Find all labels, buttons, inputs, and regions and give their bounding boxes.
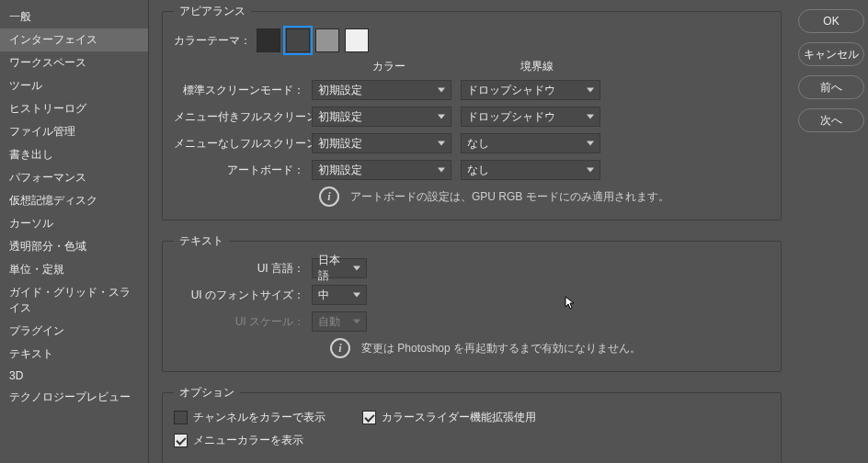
sidebar-item[interactable]: ワークスペース: [0, 51, 148, 74]
sidebar-item[interactable]: 3D: [0, 366, 148, 386]
sidebar: 一般インターフェイスワークスペースツールヒストリーログファイル管理書き出しパフォ…: [0, 0, 149, 463]
sidebar-item[interactable]: ヒストリーログ: [0, 97, 148, 120]
screen-mode-rows: 標準スクリーンモード：初期設定ドロップシャドウメニュー付きフルスクリーン：初期設…: [174, 80, 770, 180]
border-select[interactable]: ドロップシャドウ: [461, 107, 600, 127]
dialog-buttons: OK キャンセル 前へ 次へ: [794, 0, 868, 463]
sidebar-item[interactable]: 一般: [0, 6, 148, 28]
ui-lang-label: UI 言語：: [174, 261, 312, 277]
screen-mode-label: メニュー付きフルスクリーン：: [174, 109, 312, 125]
border-select[interactable]: なし: [461, 133, 600, 153]
ui-scale-label: UI スケール：: [174, 314, 312, 330]
ui-scale-select: 自動: [312, 311, 367, 332]
channel-color-checkbox[interactable]: チャンネルをカラーで表示: [174, 410, 326, 425]
options-group: オプション チャンネルをカラーで表示 カラースライダー機能拡張使用 メニューカラ…: [162, 385, 782, 463]
color-select[interactable]: 初期設定: [312, 160, 451, 180]
color-theme-swatch[interactable]: [315, 28, 339, 52]
text-info: 変更は Photoshop を再起動するまで有効になりません。: [361, 341, 641, 356]
color-theme-swatch[interactable]: [257, 28, 280, 52]
menu-color-checkbox[interactable]: メニューカラーを表示: [174, 433, 303, 448]
ui-font-select[interactable]: 中: [312, 285, 367, 305]
color-slider-checkbox[interactable]: カラースライダー機能拡張使用: [362, 410, 536, 425]
sidebar-item[interactable]: インターフェイス: [0, 28, 148, 51]
appearance-info: アートボードの設定は、GPU RGB モードにのみ適用されます。: [350, 189, 669, 205]
sidebar-item[interactable]: 透明部分・色域: [0, 235, 148, 258]
text-legend: テキスト: [174, 233, 229, 249]
color-select[interactable]: 初期設定: [312, 107, 451, 127]
main-panel: アピアランス カラーテーマ： カラー 境界線 標準スクリーンモード：初期設定ドロ…: [149, 0, 794, 463]
color-select[interactable]: 初期設定: [312, 133, 451, 153]
border-select[interactable]: ドロップシャドウ: [461, 80, 600, 100]
color-select[interactable]: 初期設定: [312, 80, 451, 100]
color-theme-swatch[interactable]: [286, 28, 310, 52]
sidebar-item[interactable]: カーソル: [0, 212, 148, 235]
appearance-group: アピアランス カラーテーマ： カラー 境界線 標準スクリーンモード：初期設定ドロ…: [162, 4, 782, 220]
ui-font-label: UI のフォントサイズ：: [174, 288, 312, 303]
cancel-button[interactable]: キャンセル: [798, 42, 864, 66]
screen-mode-label: 標準スクリーンモード：: [174, 83, 312, 98]
border-select[interactable]: なし: [461, 160, 600, 180]
ui-lang-select[interactable]: 日本語: [312, 258, 367, 278]
color-theme-swatches: [257, 28, 369, 52]
screen-mode-label: メニューなしフルスクリーン：: [174, 136, 312, 152]
ok-button[interactable]: OK: [798, 9, 864, 33]
color-theme-swatch[interactable]: [345, 28, 369, 52]
sidebar-item[interactable]: テキスト: [0, 343, 148, 366]
sidebar-item[interactable]: テクノロジープレビュー: [0, 386, 148, 409]
header-border: 境界線: [468, 59, 606, 74]
sidebar-item[interactable]: 単位・定規: [0, 258, 148, 281]
sidebar-item[interactable]: ガイド・グリッド・スライス: [0, 281, 148, 320]
info-icon: i: [319, 186, 339, 207]
appearance-legend: アピアランス: [174, 4, 251, 19]
info-icon: i: [330, 338, 350, 358]
sidebar-item[interactable]: プラグイン: [0, 320, 148, 343]
sidebar-item[interactable]: 書き出し: [0, 143, 148, 166]
sidebar-item[interactable]: ツール: [0, 74, 148, 97]
next-button[interactable]: 次へ: [798, 108, 864, 132]
options-legend: オプション: [174, 385, 240, 401]
color-theme-label: カラーテーマ：: [174, 33, 257, 49]
prev-button[interactable]: 前へ: [798, 75, 864, 99]
sidebar-item[interactable]: パフォーマンス: [0, 166, 148, 189]
screen-mode-label: アートボード：: [174, 163, 312, 178]
header-color: カラー: [319, 59, 459, 74]
sidebar-item[interactable]: 仮想記憶ディスク: [0, 189, 148, 212]
sidebar-item[interactable]: ファイル管理: [0, 120, 148, 143]
text-group: テキスト UI 言語： 日本語 UI のフォントサイズ： 中 UI スケール： …: [162, 233, 782, 372]
